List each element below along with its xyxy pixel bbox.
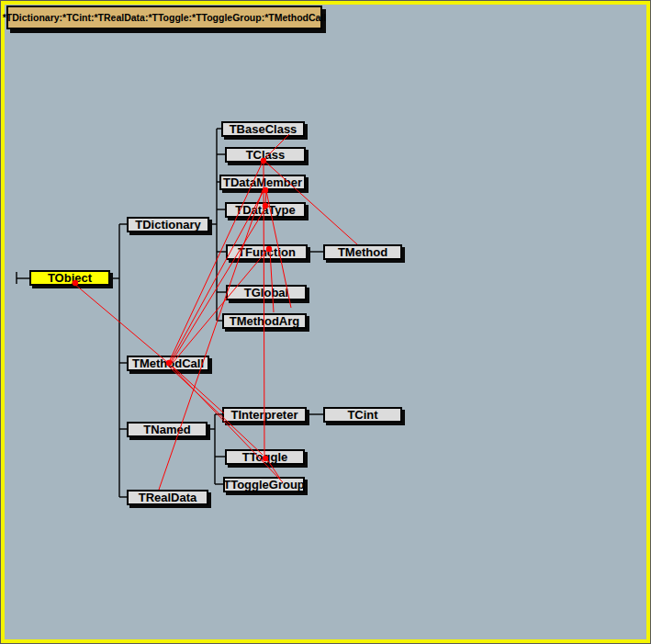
class-box-label: TDictionary xyxy=(135,219,201,231)
class-box-label: TMethodCall xyxy=(132,357,204,369)
class-box-label: TBaseClass xyxy=(230,123,297,135)
class-box-tmethodarg[interactable]: TMethodArg xyxy=(222,313,307,329)
class-box-ttoggle[interactable]: TToggle xyxy=(225,449,305,465)
class-box-tbaseclass[interactable]: TBaseClass xyxy=(221,121,305,137)
class-box-ttogglegroup[interactable]: TToggleGroup xyxy=(223,477,305,492)
class-box-label: TRealData xyxy=(139,491,197,503)
canvas-title-pave[interactable]: *TDictionary:*TCint:*TRealData:*TToggle:… xyxy=(6,6,322,29)
class-nodes-layer: TObjectTDictionaryTBaseClassTClassTDataM… xyxy=(5,5,646,639)
class-box-tdictionary[interactable]: TDictionary xyxy=(127,217,209,232)
root-canvas-window: TObjectTDictionaryTBaseClassTClassTDataM… xyxy=(0,0,651,644)
class-box-label: TInterpreter xyxy=(231,409,298,421)
class-box-tclass[interactable]: TClass xyxy=(225,147,306,163)
canvas-pad[interactable]: TObjectTDictionaryTBaseClassTClassTDataM… xyxy=(5,5,646,639)
class-box-tobject[interactable]: TObject xyxy=(29,270,110,286)
class-box-label: TToggleGroup xyxy=(223,479,305,491)
class-box-tglobal[interactable]: TGlobal xyxy=(226,285,307,300)
class-box-label: TGlobal xyxy=(244,287,288,299)
class-box-tdatatype[interactable]: TDataType xyxy=(225,202,306,218)
class-box-tfunction[interactable]: TFunction xyxy=(226,244,308,260)
class-box-label: TDataType xyxy=(235,204,296,216)
class-box-tmethodcall[interactable]: TMethodCall xyxy=(127,356,209,371)
class-box-trealdata[interactable]: TRealData xyxy=(127,490,208,505)
class-box-label: TFunction xyxy=(238,246,296,258)
class-box-label: TObject xyxy=(48,272,92,284)
class-box-label: TToggle xyxy=(242,451,288,463)
class-box-tinterpreter[interactable]: TInterpreter xyxy=(222,407,307,423)
class-box-tnamed[interactable]: TNamed xyxy=(127,422,208,437)
class-box-tdatamember[interactable]: TDataMember xyxy=(219,175,306,190)
canvas-title-label: *TDictionary:*TCint:*TRealData:*TToggle:… xyxy=(3,12,327,23)
class-box-tmethod[interactable]: TMethod xyxy=(323,244,402,260)
class-box-label: TMethod xyxy=(338,246,387,258)
class-box-label: TDataMember xyxy=(223,176,302,188)
class-box-label: TCint xyxy=(347,409,377,421)
class-box-tcint[interactable]: TCint xyxy=(323,407,402,423)
class-box-label: TClass xyxy=(246,149,286,161)
class-box-label: TMethodArg xyxy=(230,315,300,327)
class-box-label: TNamed xyxy=(143,424,190,435)
